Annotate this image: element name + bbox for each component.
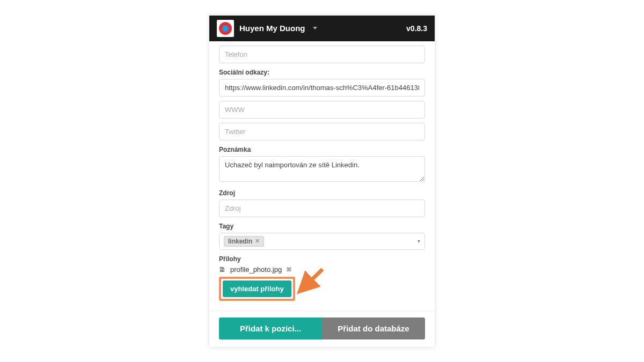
tags-select[interactable]: linkedin ✕ ▾ bbox=[219, 233, 425, 250]
phone-input[interactable] bbox=[219, 46, 425, 63]
tag-text: linkedin bbox=[228, 238, 252, 245]
note-group: Poznámka bbox=[219, 146, 425, 184]
attachments-group: Přílohy 🗎 profile_photo.jpg ✖ vyhledat p… bbox=[219, 255, 425, 301]
phone-group bbox=[219, 41, 425, 63]
add-to-position-button[interactable]: Přidat k pozici... bbox=[219, 317, 322, 339]
add-to-database-button[interactable]: Přidat do databáze bbox=[322, 317, 425, 339]
username: Huyen My Duong bbox=[239, 24, 305, 33]
tag-remove-icon[interactable]: ✕ bbox=[255, 238, 260, 245]
header-bar: Huyen My Duong v0.8.3 bbox=[209, 16, 435, 41]
attachment-item: 🗎 profile_photo.jpg ✖ bbox=[219, 265, 425, 274]
source-group: Zdroj bbox=[219, 189, 425, 217]
version-label: v0.8.3 bbox=[406, 24, 427, 33]
highlight-annotation: vyhledat přílohy bbox=[219, 277, 295, 301]
twitter-input[interactable] bbox=[219, 123, 425, 141]
tags-label: Tagy bbox=[219, 223, 425, 230]
footer-actions: Přidat k pozici... Přidat do databáze bbox=[209, 311, 435, 347]
source-input[interactable] bbox=[219, 200, 425, 217]
attachment-remove-icon[interactable]: ✖ bbox=[286, 265, 292, 274]
file-icon: 🗎 bbox=[219, 265, 226, 274]
attachment-filename: profile_photo.jpg bbox=[230, 265, 282, 274]
social-label: Sociální odkazy: bbox=[219, 69, 425, 76]
www-input[interactable] bbox=[219, 101, 425, 119]
note-textarea[interactable] bbox=[219, 156, 425, 182]
linkedin-input[interactable] bbox=[219, 79, 425, 97]
social-group: Sociální odkazy: bbox=[219, 69, 425, 141]
avatar bbox=[217, 20, 234, 37]
chevron-down-icon[interactable]: ▾ bbox=[418, 238, 420, 244]
tag-chip: linkedin ✕ bbox=[224, 236, 264, 247]
chevron-down-icon bbox=[313, 27, 317, 29]
form-content: Sociální odkazy: Poznámka Zdroj Tagy lin… bbox=[209, 41, 435, 306]
browse-attachments-button[interactable]: vyhledat přílohy bbox=[223, 280, 291, 297]
tags-group: Tagy linkedin ✕ ▾ bbox=[219, 223, 425, 250]
user-menu[interactable]: Huyen My Duong bbox=[217, 20, 317, 37]
attachments-label: Přílohy bbox=[219, 255, 425, 263]
extension-panel: Huyen My Duong v0.8.3 Sociální odkazy: P… bbox=[209, 16, 435, 347]
note-label: Poznámka bbox=[219, 146, 425, 153]
source-label: Zdroj bbox=[219, 189, 425, 197]
